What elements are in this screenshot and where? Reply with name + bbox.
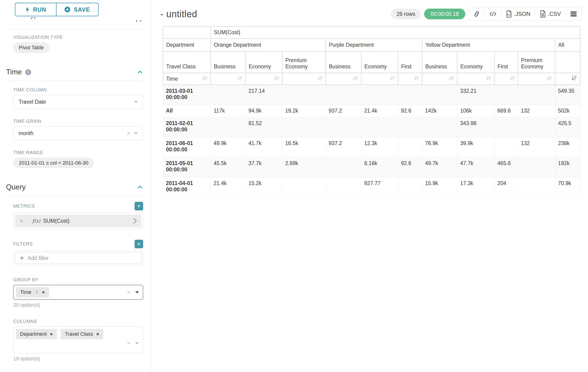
add-filter-button[interactable]: + — [135, 240, 143, 248]
pivot-value-cell — [422, 117, 457, 138]
columns-tag[interactable]: Department × — [16, 329, 57, 339]
save-button[interactable]: SAVE — [56, 3, 99, 16]
add-filter-placeholder: Add filter — [27, 255, 49, 261]
pivot-value-cell — [211, 117, 246, 138]
pivot-value-cell: 343.98 — [457, 117, 494, 138]
pivot-value-cell — [211, 85, 246, 105]
remove-tag-icon[interactable]: × — [42, 290, 45, 295]
pivot-value-cell: 12.3k — [361, 138, 398, 157]
group-by-tag[interactable]: Time × — [16, 287, 49, 297]
time-grain-label: TIME GRAIN — [13, 118, 143, 124]
link-icon — [473, 11, 480, 17]
time-range-chip[interactable]: 2011-01-01 ≤ col < 2011-06-30 — [13, 158, 94, 168]
clear-icon[interactable]: × — [127, 130, 130, 136]
add-metric-button[interactable]: + — [135, 202, 143, 210]
pivot-value-cell — [518, 85, 555, 105]
travel-class-header: Premium Economy — [518, 52, 555, 73]
pivot-value-cell: 94.9k — [246, 105, 282, 117]
caret-down-icon[interactable] — [135, 342, 139, 344]
pivot-value-cell — [398, 85, 422, 105]
sort-icon[interactable] — [389, 75, 395, 81]
columns-select[interactable]: Department × Travel Class × × — [13, 326, 143, 353]
pivot-value-cell: 927.77 — [361, 177, 398, 197]
pivot-value-cell: 332.21 — [457, 85, 494, 105]
pivot-data-row: 2011-06-01 00:00:0049.9k41.7k16.5k937.21… — [163, 138, 580, 157]
sort-descending-icon[interactable] — [571, 75, 577, 81]
filters-field: + Add filter — [13, 251, 143, 266]
sort-icon[interactable] — [486, 75, 491, 81]
row-dimension-label-cell: Time — [163, 73, 211, 85]
pivot-data-row: All117k94.9k19.2k937.221.4k92.6142k106k6… — [163, 105, 580, 117]
remove-metric-icon[interactable]: × — [15, 215, 28, 227]
embed-code-button[interactable] — [484, 7, 501, 21]
pivot-value-cell: 92.6 — [398, 157, 422, 177]
sort-icon[interactable] — [317, 75, 323, 81]
metric-pill[interactable]: × ƒ(x) SUM(Cost) — [15, 215, 141, 227]
col-dimension-label: Department — [163, 39, 211, 52]
group-by-select[interactable]: Time × × — [13, 285, 143, 300]
menu-button[interactable] — [566, 7, 581, 21]
fx-icon: ƒ(x) — [32, 218, 40, 224]
sort-cell — [361, 73, 398, 85]
sort-icon[interactable] — [449, 75, 454, 81]
sort-cell — [422, 73, 457, 85]
lightning-icon — [25, 7, 30, 12]
remove-tag-icon[interactable]: × — [96, 331, 99, 337]
share-link-button[interactable] — [469, 7, 484, 21]
pivot-value-cell — [326, 177, 361, 197]
travel-class-header: Economy — [457, 52, 494, 73]
info-icon — [25, 69, 31, 75]
pivot-value-cell: 45.5k — [211, 157, 246, 177]
caret-down-icon[interactable] — [135, 291, 139, 293]
time-column-value: Travel Date — [19, 99, 134, 105]
sort-icon[interactable] — [273, 75, 279, 81]
remove-tag-icon[interactable]: × — [50, 331, 53, 337]
pivot-value-cell: 204 — [494, 177, 518, 197]
sort-icon[interactable] — [353, 75, 358, 81]
pivot-value-cell: 70.9k — [555, 177, 580, 197]
collapse-chevron-up-icon[interactable] — [137, 69, 143, 75]
columns-tag[interactable]: Travel Class × — [61, 329, 103, 339]
sort-cell — [518, 73, 555, 85]
query-section-title: Query — [6, 183, 26, 191]
visualization-type-chip[interactable]: Pivot Table — [13, 42, 49, 53]
sort-icon[interactable] — [509, 75, 515, 81]
pivot-value-cell — [398, 138, 422, 157]
travel-class-header: Business — [326, 52, 361, 73]
col-dimension-label: Travel Class — [163, 52, 211, 73]
clear-icon[interactable]: × — [127, 340, 130, 346]
clear-icon[interactable]: × — [127, 289, 131, 295]
travel-class-header: Business — [422, 52, 457, 73]
expand-metric-icon[interactable] — [128, 215, 141, 227]
pivot-value-cell: 81.52 — [246, 117, 282, 138]
chart-title[interactable]: - untitled — [160, 9, 197, 19]
caret-down-icon — [134, 132, 138, 134]
travel-class-header: Business — [211, 52, 246, 73]
hamburger-icon — [570, 11, 577, 17]
metrics-label-row: METRICS + — [13, 202, 143, 210]
plus-icon: + — [20, 254, 24, 262]
add-filter-dropzone[interactable]: + Add filter — [15, 252, 142, 264]
pivot-value-cell: 132 — [518, 105, 555, 117]
pivot-value-cell: 41.7k — [246, 138, 282, 157]
sort-icon[interactable] — [413, 75, 419, 81]
pivot-value-cell: 21.4k — [211, 177, 246, 197]
time-grain-select[interactable]: month × — [13, 126, 143, 140]
sort-icon[interactable] — [202, 75, 208, 81]
run-button[interactable]: RUN — [15, 3, 56, 16]
columns-hint: 19 option(s) — [13, 356, 143, 362]
plus-circle-icon — [64, 7, 70, 12]
sidebar-sticky-bar: RUN SAVE — [0, 0, 151, 17]
collapse-chevron-up-icon[interactable] — [137, 184, 143, 190]
department-group-header: Purple Department — [326, 39, 422, 52]
pivot-value-cell: 92.6 — [398, 105, 422, 117]
time-column-select[interactable]: Travel Date — [13, 95, 143, 109]
export-csv-button[interactable]: .CSV — [535, 7, 566, 21]
sort-icon[interactable] — [546, 75, 552, 81]
group-by-hint: 20 option(s) — [13, 302, 143, 308]
row-count-badge: 26 rows — [391, 9, 421, 19]
sort-cell — [398, 73, 422, 85]
export-json-button[interactable]: .JSON — [501, 7, 535, 21]
sort-icon[interactable] — [237, 75, 242, 81]
department-group-header: Orange Department — [211, 39, 326, 52]
